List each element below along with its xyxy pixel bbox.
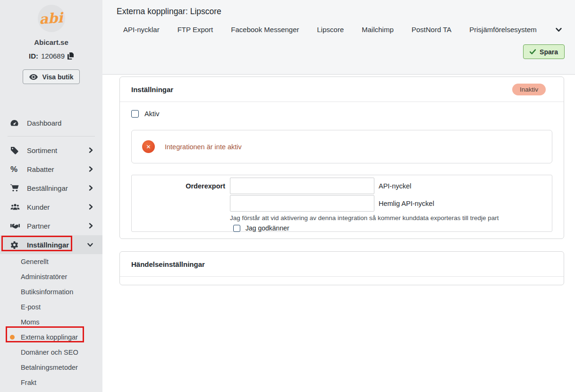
store-id-row: ID: 120689 [0,52,102,60]
sidebar-item-dashboard[interactable]: Dashboard [0,113,102,132]
handshake-icon [10,223,21,229]
settings-card-title: Inställningar [131,85,173,94]
eye-icon [29,74,38,80]
api-key-input[interactable] [230,178,374,194]
more-tabs-chevron-down-icon[interactable] [556,27,562,32]
sidebar-item-label: Inställningar [27,241,87,249]
sidebar-item-label: Beställningar [27,184,89,192]
sidebar-subitem-betalningsmetoder[interactable]: Betalningsmetoder [0,360,102,375]
subitem-label: Frakt [21,379,36,386]
copy-icon[interactable] [68,52,74,60]
check-icon [530,49,536,54]
chevron-right-icon [89,204,93,210]
sidebar-subitem-generellt[interactable]: Generellt [0,254,102,269]
chevron-right-icon [89,147,93,153]
sidebar-item-sortiment[interactable]: Sortiment [0,141,102,160]
tab-prisjamforelsesystem[interactable]: Prisjämförelsesystem [469,26,537,34]
sidebar-subitem-administratorer[interactable]: Administratörer [0,269,102,284]
sidebar-divider [8,136,95,136]
gear-icon [10,241,21,249]
active-checkbox[interactable] [131,110,139,118]
sidebar: abi Abicart.se ID: 120689 Visa butik Das… [0,0,102,392]
settings-card-header: Inställningar Inaktiv [120,77,564,102]
sidebar-item-partner[interactable]: Partner [0,216,102,235]
tab-ftp-export[interactable]: FTP Export [178,26,213,34]
chevron-down-icon [87,243,93,247]
subitem-label: Externa kopplingar [21,333,78,341]
error-x-circle-icon: ✕ [142,140,155,153]
tab-api-nycklar[interactable]: API-nycklar [123,26,160,34]
app-window: abi Abicart.se ID: 120689 Visa butik Das… [0,0,575,392]
cart-icon [10,184,21,192]
chevron-right-icon [89,185,93,191]
sidebar-item-label: Rabatter [27,165,89,173]
chevron-right-icon [89,223,93,229]
inactive-alert: ✕ Integrationen är inte aktiv [131,130,552,163]
abicart-logo: abi [38,5,65,32]
sidebar-subitem-moms[interactable]: Moms [0,315,102,330]
sidebar-subitem-epost[interactable]: E-post [0,299,102,315]
subitem-label: Moms [21,318,39,326]
tab-facebook-messenger[interactable]: Facebook Messenger [231,26,299,34]
sidebar-item-kunder[interactable]: Kunder [0,197,102,216]
sidebar-subitem-frakt[interactable]: Frakt [0,375,102,390]
consent-checkbox-row: Jag godkänner [230,224,499,232]
sidebar-item-bestallningar[interactable]: Beställningar [0,179,102,197]
sidebar-item-label: Kunder [27,203,89,211]
api-key-row: API-nyckel [230,178,499,194]
abicart-logo-text: abi [39,9,63,27]
main-content: Inställningar Inaktiv Aktiv ✕ Integratio… [102,75,575,392]
sidebar-item-label: Sortiment [27,146,89,154]
sidebar-item-label: Dashboard [27,119,93,127]
orange-dot-icon [10,335,15,340]
sidebar-item-installningar[interactable]: Inställningar [0,235,102,254]
page-header: Externa kopplingar: Lipscore API-nycklar… [102,0,575,75]
order-export-fieldset: Orderexport API-nyckel Hemlig API-nyckel… [131,175,552,232]
subitem-label: Butiksinformation [21,288,73,296]
sidebar-subitem-externa-kopplingar[interactable]: Externa kopplingar [0,330,102,345]
settings-card: Inställningar Inaktiv Aktiv ✕ Integratio… [119,77,564,239]
consent-checkbox[interactable] [233,225,240,232]
active-checkbox-row: Aktiv [131,110,552,118]
events-card-header: Händelseinställningar [120,252,564,277]
chevron-right-icon [89,166,93,172]
subitem-label: Domäner och SEO [21,349,78,356]
dashboard-icon [10,119,21,127]
percent-icon: % [10,165,21,173]
view-store-label: Visa butik [42,73,74,81]
tag-icon [10,146,21,154]
consent-disclaimer: Jag förstår att vid aktivering av denna … [230,214,499,222]
tab-postnord-ta[interactable]: PostNord TA [412,26,451,34]
alert-message: Integrationen är inte aktiv [165,143,242,151]
status-badge: Inaktiv [512,84,546,95]
tab-lipscore[interactable]: Lipscore [317,26,344,34]
view-store-button[interactable]: Visa butik [23,69,80,84]
sidebar-item-rabatter[interactable]: % Rabatter [0,160,102,179]
sidebar-subitem-domaner-och-seo[interactable]: Domäner och SEO [0,345,102,360]
subitem-label: E-post [21,303,41,311]
users-icon [10,204,21,210]
save-button-label: Spara [540,48,558,56]
sidebar-item-label: Partner [27,222,89,230]
sidebar-subitem-butiksinformation[interactable]: Butiksinformation [0,284,102,299]
consent-checkbox-label: Jag godkänner [245,224,289,232]
events-card-body [120,277,564,285]
tab-bar: API-nycklar FTP Export Facebook Messenge… [123,26,562,34]
order-export-fields: API-nyckel Hemlig API-nyckel Jag förstår… [230,178,499,231]
save-button[interactable]: Spara [523,44,565,59]
events-card-title: Händelseinställningar [131,260,205,268]
api-key-label: API-nyckel [379,182,411,190]
sidebar-menu: Dashboard Sortiment % Rabatter Beställni [0,113,102,390]
active-checkbox-label: Aktiv [144,110,159,118]
page-title: Externa kopplingar: Lipscore [117,7,221,17]
store-name: Abicart.se [0,38,102,46]
settings-submenu: Generellt Administratörer Butiksinformat… [0,254,102,390]
tab-mailchimp[interactable]: Mailchimp [362,26,394,34]
secret-api-key-row: Hemlig API-nyckel [230,195,499,212]
subitem-label: Generellt [21,258,49,265]
store-id-value: 120689 [41,52,65,60]
events-card: Händelseinställningar [119,251,564,285]
secret-api-key-input[interactable] [230,195,374,212]
secret-api-key-label: Hemlig API-nyckel [379,200,434,207]
order-export-label: Orderexport [132,178,230,231]
